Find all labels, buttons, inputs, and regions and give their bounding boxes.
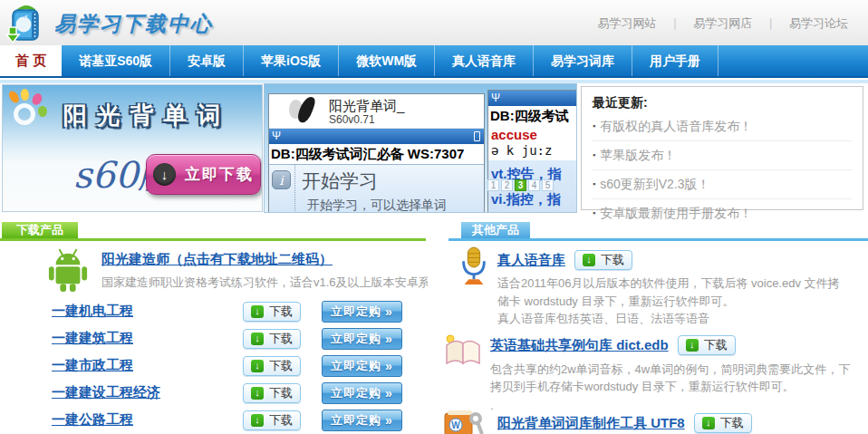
order-now-button[interactable]: 立即定购» xyxy=(322,410,402,431)
order-now-button[interactable]: 立即定购» xyxy=(322,382,402,404)
chevron-right-icon: » xyxy=(385,387,393,400)
antenna-icon: Ψ xyxy=(272,130,281,143)
updates-title: 最近更新: xyxy=(593,95,852,111)
dictionary-word: accuse xyxy=(491,127,577,142)
download-arrow-icon: ↓ xyxy=(251,387,264,400)
download-now-button[interactable]: ↓ 立即下载 xyxy=(146,154,261,195)
download-arrow-icon: ↓ xyxy=(251,360,264,372)
top-link-website[interactable]: 易学习网站 xyxy=(598,16,657,30)
section-underline-right xyxy=(448,238,868,241)
download-button[interactable]: ↓下载 xyxy=(243,356,301,376)
product-link[interactable]: 一建建筑工程 xyxy=(52,330,133,347)
example-book-icon xyxy=(441,333,485,367)
logo-backpack-icon xyxy=(5,3,47,43)
nav-item-s60[interactable]: 诺基亚S60版 xyxy=(62,45,170,76)
product-link[interactable]: 一建市政工程 xyxy=(52,357,133,374)
page: 易学习下载中心 易学习网站｜易学习网店｜易学习论坛 首 页 诺基亚S60版 安卓… xyxy=(0,0,868,434)
update-item[interactable]: ▪s60更新到V2.3版！ xyxy=(593,170,852,199)
page-5[interactable]: 5 xyxy=(542,179,554,191)
nav-item-ios[interactable]: 苹果iOS版 xyxy=(244,45,339,76)
meaning-vi: vi.指控，指 xyxy=(491,191,577,208)
screenshot-carousel: 阳光背单词_ S60v0.71 Ψ DB:四级考试词汇必备 WS:7307 i … xyxy=(264,83,577,213)
product-row: 一建市政工程 ↓下载 立即定购» xyxy=(0,353,426,381)
carousel-pagination: 1 2 3 4 5 xyxy=(487,179,554,191)
download-arrow-icon: ↓ xyxy=(251,414,264,427)
db-status-bar: DB:四级考试词汇必备 WS:7307 xyxy=(269,144,484,164)
promo-title: 阳光背单词 xyxy=(3,100,263,131)
order-now-button[interactable]: 立即定购» xyxy=(322,328,402,350)
page-4[interactable]: 4 xyxy=(528,179,540,191)
top-link-forum[interactable]: 易学习论坛 xyxy=(789,16,848,30)
bullet-icon: ▪ xyxy=(593,179,595,188)
order-now-button[interactable]: 立即定购» xyxy=(322,355,402,377)
download-arrow-icon: ↓ xyxy=(251,305,264,318)
android-robot-icon xyxy=(47,246,89,292)
download-button[interactable]: ↓下载 xyxy=(243,410,301,430)
update-item[interactable]: ▪有版权的真人语音库发布！ xyxy=(593,112,852,141)
download-arrow-icon: ↓ xyxy=(583,254,595,266)
product-row: 一建建设工程经济 ↓下载 立即定购» xyxy=(0,381,426,408)
featured-product-link[interactable]: 阳光建造师（点击有下载地址二维码） xyxy=(101,251,333,268)
download-button[interactable]: ↓下载 xyxy=(243,383,301,403)
nav-item-android[interactable]: 安卓版 xyxy=(170,45,244,76)
nav-item-wm[interactable]: 微软WM版 xyxy=(339,45,435,76)
product-row: 一建建筑工程 ↓下载 立即定购» xyxy=(0,326,426,353)
product-link[interactable]: 一建机电工程 xyxy=(52,303,133,320)
download-button[interactable]: ↓下载 xyxy=(243,302,301,322)
download-button[interactable]: ↓下载 xyxy=(243,329,301,349)
menu-title: 开始学习 xyxy=(302,169,378,194)
top-links: 易学习网站｜易学习网店｜易学习论坛 xyxy=(589,15,857,32)
section-title-downloads: 下载产品 xyxy=(2,222,78,238)
svg-text:W: W xyxy=(451,420,460,430)
bullet-icon: ▪ xyxy=(593,121,595,130)
phonetic: ə k ju:z xyxy=(491,143,577,158)
download-button[interactable]: ↓下载 xyxy=(694,413,752,433)
other-product-desc: 包含共享的约2w单词音标，4w单词的例句，简明词典需要此文件，下 xyxy=(490,362,865,378)
download-button[interactable]: ↓下载 xyxy=(678,335,736,355)
update-item[interactable]: ▪安卓版最新使用手册发布！ xyxy=(593,199,852,227)
phone-screenshot-1: 阳光背单词_ S60v0.71 Ψ DB:四级考试词汇必备 WS:7307 i … xyxy=(268,93,485,213)
featured-product-desc: 国家建造师职业资格考试练习软件，适合v1.6及以上版本安卓系统 xyxy=(101,275,428,291)
product-link[interactable]: 一建建设工程经济 xyxy=(52,384,160,401)
nav-item-manual[interactable]: 用户手册 xyxy=(632,45,719,76)
nav-item-home[interactable]: 首 页 xyxy=(0,45,62,76)
download-product-list: 一建机电工程 ↓下载 立即定购» 一建建筑工程 ↓下载 立即定购» 一建市政工程… xyxy=(0,299,426,434)
menu-subtitle: 开始学习，可以选择单词 xyxy=(307,198,484,213)
site-logo-title: 易学习下载中心 xyxy=(54,10,213,38)
section-underline-left xyxy=(0,238,426,241)
other-product-link[interactable]: 真人语音库 xyxy=(497,252,565,269)
header: 易学习下载中心 易学习网站｜易学习网店｜易学习论坛 xyxy=(0,0,868,45)
promo-banner[interactable]: 阳光背单词 s60版 ↓ 立即下载 xyxy=(2,84,263,212)
other-product-desc: 适合2011年06月以后版本的软件使用，下载后将 voice.edv 文件拷 xyxy=(497,275,865,292)
download-button[interactable]: ↓下载 xyxy=(574,250,632,270)
other-product-desc: 拷贝到手机存储卡wordstudy 目录下，重新运行软件即可。 xyxy=(490,379,865,395)
product-link[interactable]: 一建公路工程 xyxy=(52,411,133,429)
order-now-button[interactable]: 立即定购» xyxy=(322,301,402,323)
page-2[interactable]: 2 xyxy=(501,179,513,191)
info-icon: i xyxy=(272,170,291,189)
chevron-right-icon: » xyxy=(385,305,393,318)
other-product-link[interactable]: 英语基础共享例句库 dict.edb xyxy=(490,337,669,354)
product-row: 一建机电工程 ↓下载 立即定购» xyxy=(0,299,426,326)
chevron-right-icon: » xyxy=(385,360,393,372)
battery-icon xyxy=(474,131,480,141)
page-3-active[interactable]: 3 xyxy=(515,179,526,191)
main-nav: 首 页 诺基亚S60版 安卓版 苹果iOS版 微软WM版 真人语音库 易学习词库… xyxy=(0,45,868,78)
top-link-store[interactable]: 易学习网店 xyxy=(693,16,752,30)
link-separator: ｜ xyxy=(765,16,776,30)
antenna-icon: Ψ xyxy=(491,92,500,105)
download-arrow-icon: ↓ xyxy=(153,163,176,186)
other-product-desc: 储卡 wordstudy 目录下，重新运行软件即可。 xyxy=(497,294,865,310)
page-1[interactable]: 1 xyxy=(487,179,499,191)
nav-item-dict[interactable]: 易学习词库 xyxy=(534,45,632,76)
app-logo-swoosh-icon xyxy=(296,95,317,125)
download-arrow-icon: ↓ xyxy=(686,339,699,352)
link-separator: ｜ xyxy=(670,16,681,30)
dict-tool-icon: W xyxy=(443,410,485,434)
other-product-link[interactable]: 阳光背单词词库制作工具 UTF8 xyxy=(497,415,685,432)
nav-item-voice[interactable]: 真人语音库 xyxy=(435,45,534,76)
update-item[interactable]: ▪苹果版发布！ xyxy=(593,141,852,170)
bullet-icon: ▪ xyxy=(593,150,595,159)
bullet-icon: ▪ xyxy=(593,208,595,217)
phone-screenshot-2: Ψ DB:四级考试 accuse ə k ju:z vt.控告，指 vi.指控，… xyxy=(487,90,577,213)
